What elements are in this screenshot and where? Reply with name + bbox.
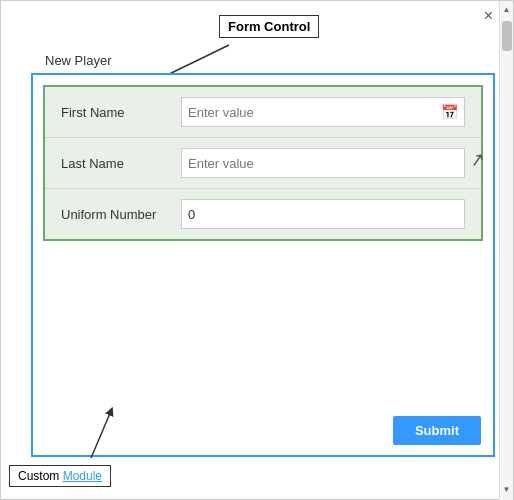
scrollbar-thumb[interactable]	[502, 21, 512, 51]
last-name-row: Last Name	[45, 138, 481, 189]
last-name-label: Last Name	[61, 156, 181, 171]
scrollbar-up-arrow[interactable]: ▲	[500, 1, 514, 17]
close-button[interactable]: ×	[484, 7, 493, 25]
custom-module-link[interactable]: Module	[63, 469, 102, 483]
form-control-tooltip: Form Control	[219, 15, 319, 38]
page-wrapper: ▲ ▼ × Form Control New Player	[0, 0, 514, 500]
form-section: First Name 📅 Last Name Uniform Number	[43, 85, 483, 241]
scrollbar[interactable]: ▲ ▼	[499, 1, 513, 500]
form-control-label: Form Control	[228, 19, 310, 34]
main-container: First Name 📅 Last Name Uniform Number Su…	[31, 73, 495, 457]
custom-module-text: Custom Module	[18, 469, 102, 483]
first-name-label: First Name	[61, 105, 181, 120]
uniform-number-label: Uniform Number	[61, 207, 181, 222]
custom-module-tooltip: Custom Module	[9, 465, 111, 487]
first-name-input[interactable]	[188, 105, 437, 120]
last-name-input[interactable]	[181, 148, 465, 178]
uniform-number-row: Uniform Number	[45, 189, 481, 239]
new-player-label: New Player	[45, 53, 111, 68]
submit-area: Submit	[393, 416, 481, 445]
calendar-icon: 📅	[441, 104, 458, 120]
first-name-row: First Name 📅	[45, 87, 481, 138]
uniform-number-input[interactable]	[181, 199, 465, 229]
first-name-input-wrapper[interactable]: 📅	[181, 97, 465, 127]
scrollbar-down-arrow[interactable]: ▼	[500, 481, 514, 497]
submit-button[interactable]: Submit	[393, 416, 481, 445]
